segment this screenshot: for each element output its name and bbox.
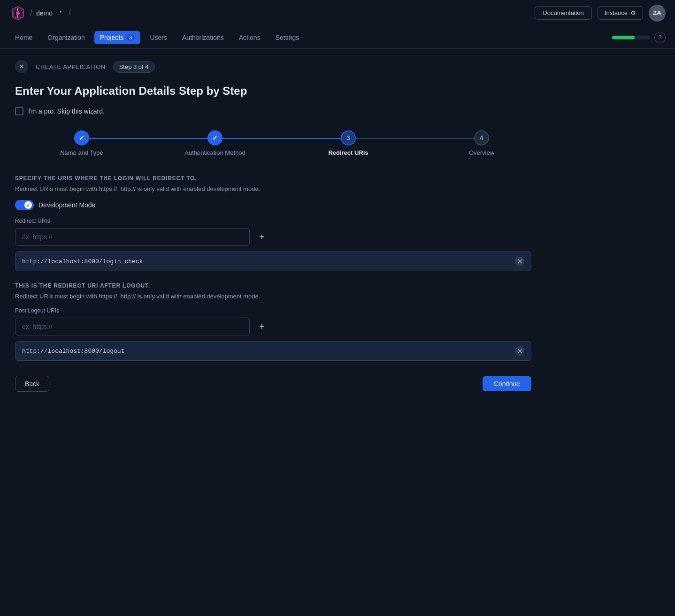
redirect-uri-input-row: + (15, 228, 548, 246)
redirect-uri-input[interactable] (15, 228, 250, 246)
step-2-label: Authentication Method (184, 149, 245, 156)
nav-projects-label: Projects (100, 34, 124, 41)
pro-label[interactable]: I'm a pro. Skip this wizard. (28, 107, 105, 115)
footer-buttons: Back Continue (15, 376, 531, 392)
svg-point-2 (16, 11, 20, 15)
nav-right: ? (612, 32, 666, 43)
dev-mode-row: Development Mode (15, 200, 548, 210)
gear-icon (630, 9, 636, 16)
instance-button[interactable]: Instance (598, 6, 643, 20)
step-3-connector (348, 138, 482, 139)
logout-section: THIS IS THE REDIRECT URI AFTER LOGOUT. R… (15, 282, 548, 361)
logout-uri-remove-button[interactable]: ✕ (515, 346, 524, 356)
toggle-knob (24, 201, 32, 209)
step-4: 4 Overview (415, 130, 548, 156)
top-bar-right: Documentation Instance ZA (535, 5, 666, 22)
step-3-label: Redirect URIs (328, 149, 368, 156)
step-2-connector (215, 138, 348, 139)
step-3: 3 Redirect URIs (282, 130, 415, 156)
help-button[interactable]: ? (654, 32, 666, 43)
continue-button[interactable]: Continue (483, 376, 531, 391)
logout-uri-add-button[interactable]: + (255, 319, 268, 334)
logout-uri-input-row: + (15, 318, 548, 335)
logout-uri-tag: http://localhost:8000/logout ✕ (15, 341, 531, 361)
project-name: demo (36, 9, 53, 17)
logo-icon[interactable] (9, 5, 26, 22)
instance-label: Instance (605, 9, 628, 16)
logout-uri-tag-text: http://localhost:8000/logout (22, 348, 124, 355)
pro-checkbox-row: I'm a pro. Skip this wizard. (15, 107, 548, 115)
step-badge: Step 3 of 4 (113, 61, 155, 73)
logout-section-heading: THIS IS THE REDIRECT URI AFTER LOGOUT. (15, 282, 548, 289)
project-selector[interactable]: ⌃ (56, 9, 65, 17)
redirect-uri-tag-text: http://localhost:8000/login_check (22, 258, 143, 265)
nav-projects-badge: 3 (126, 34, 135, 41)
step-1-circle (74, 130, 89, 145)
step-4-circle: 4 (474, 130, 489, 145)
redirect-uri-label: Redirect URIs (15, 218, 548, 224)
step-2: Authentication Method (148, 130, 282, 156)
nav-item-organization[interactable]: Organization (42, 31, 90, 44)
step-4-label: Overview (469, 149, 494, 156)
dev-mode-label: Development Mode (38, 201, 95, 209)
wizard-heading: Enter Your Application Details Step by S… (15, 84, 548, 98)
page-title: CREATE APPLICATION (36, 63, 106, 70)
avatar[interactable]: ZA (649, 5, 666, 22)
nav-item-actions[interactable]: Actions (233, 31, 266, 44)
nav-item-users[interactable]: Users (144, 31, 173, 44)
progress-bar-fill (612, 36, 635, 39)
redirect-section-desc: Redirect URIs must begin with https://. … (15, 185, 548, 192)
dev-mode-toggle[interactable] (15, 200, 34, 210)
redirect-uri-add-button[interactable]: + (255, 230, 268, 244)
redirect-section: SPECIFY THE URIS WHERE THE LOGIN WILL RE… (15, 175, 548, 271)
progress-bar-container (612, 36, 650, 39)
nav-bar: Home Organization Projects 3 Users Autho… (0, 26, 675, 49)
step-1-checkmark (79, 134, 84, 142)
nav-item-home[interactable]: Home (9, 31, 38, 44)
redirect-uri-tag: http://localhost:8000/login_check ✕ (15, 251, 531, 271)
breadcrumb-sep-1: / (30, 8, 32, 18)
step-2-checkmark (212, 134, 218, 142)
pro-checkbox[interactable] (15, 107, 23, 115)
redirect-section-heading: SPECIFY THE URIS WHERE THE LOGIN WILL RE… (15, 175, 548, 182)
top-bar: / demo ⌃ / Documentation Instance ZA (0, 0, 675, 26)
stepper: Name and Type Authentication Method 3 Re… (15, 130, 548, 156)
step-2-circle (207, 130, 222, 145)
top-bar-left: / demo ⌃ / (9, 5, 71, 22)
logout-uri-input[interactable] (15, 318, 250, 335)
logout-uri-label: Post Logout URIs (15, 307, 548, 314)
page-header: × CREATE APPLICATION Step 3 of 4 (15, 60, 548, 73)
nav-item-settings[interactable]: Settings (270, 31, 305, 44)
redirect-uri-remove-button[interactable]: ✕ (515, 257, 524, 266)
logout-section-desc: Redirect URIs must begin with https://. … (15, 293, 548, 300)
back-button[interactable]: Back (15, 376, 49, 392)
step-3-circle: 3 (341, 130, 356, 145)
main-content: × CREATE APPLICATION Step 3 of 4 Enter Y… (0, 49, 563, 403)
breadcrumb-sep-2: / (69, 8, 71, 18)
nav-item-authorizations[interactable]: Authorizations (176, 31, 230, 44)
close-button[interactable]: × (15, 60, 28, 73)
step-1-label: Name and Type (60, 149, 103, 156)
step-1-connector (82, 138, 215, 139)
documentation-button[interactable]: Documentation (535, 6, 591, 20)
nav-item-projects[interactable]: Projects 3 (94, 31, 141, 44)
step-1: Name and Type (15, 130, 148, 156)
